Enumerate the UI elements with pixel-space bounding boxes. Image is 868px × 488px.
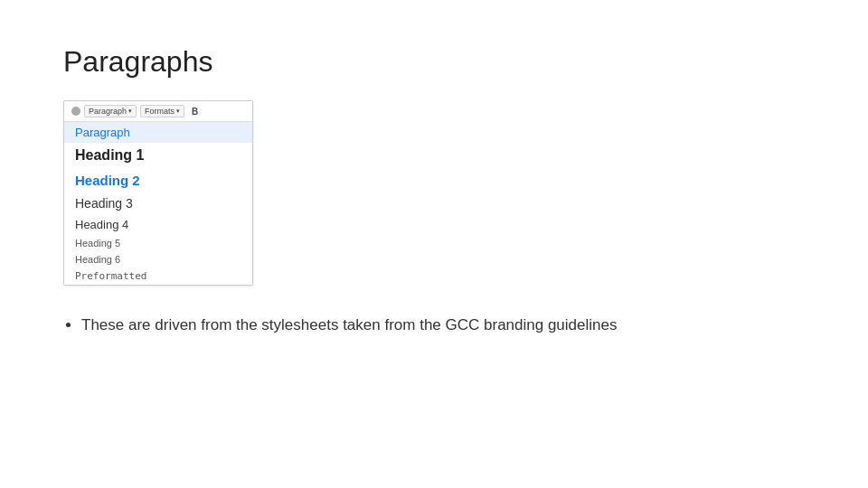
paragraph-dropdown[interactable]: Paragraph ▾ [84,105,137,117]
menu-item-heading6[interactable]: Heading 6 [64,251,252,267]
menu-item-heading3[interactable]: Heading 3 [64,192,252,214]
editor-mockup: Paragraph ▾ Formats ▾ B Paragraph Headin… [63,100,253,286]
formats-label: Formats [145,107,175,116]
paragraph-label: Paragraph [89,107,127,116]
menu-item-heading2[interactable]: Heading 2 [64,168,252,192]
dropdown-menu: Paragraph Heading 1 Heading 2 Heading 3 … [64,122,252,285]
menu-item-heading5[interactable]: Heading 5 [64,235,252,251]
slide: Paragraphs Paragraph ▾ Formats ▾ B Parag… [0,0,868,488]
toolbar-circle-icon [71,107,80,116]
formats-dropdown[interactable]: Formats ▾ [140,105,184,117]
menu-item-heading4[interactable]: Heading 4 [64,214,252,235]
bullet-item-0: These are driven from the stylesheets ta… [81,313,805,337]
paragraph-arrow-icon: ▾ [128,108,132,115]
page-title: Paragraphs [63,45,805,79]
menu-item-heading1[interactable]: Heading 1 [64,143,252,168]
bold-button[interactable]: B [188,106,202,117]
formats-arrow-icon: ▾ [176,108,180,115]
bullet-list: These are driven from the stylesheets ta… [63,313,805,337]
editor-toolbar: Paragraph ▾ Formats ▾ B [64,101,252,122]
menu-item-preformatted[interactable]: Preformatted [64,267,252,285]
menu-item-paragraph[interactable]: Paragraph [64,122,252,143]
